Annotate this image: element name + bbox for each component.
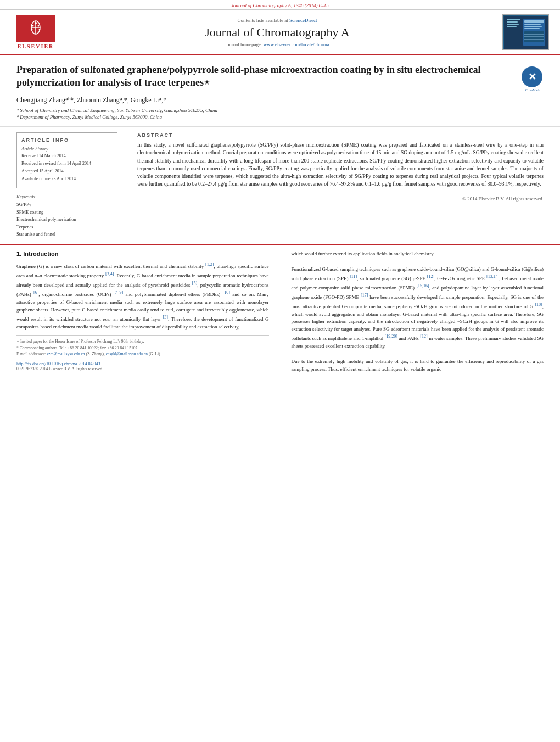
header-center: Contents lists available at ScienceDirec… [60, 18, 494, 47]
footnote-email: E-mail addresses: zzm@mail.sysu.edu.cn (… [16, 351, 269, 357]
copyright-text: © 2014 Elsevier B.V. All rights reserved… [137, 193, 544, 202]
elsevier-logo: ELSEVIER [11, 15, 60, 49]
journal-link: Journal of Chromatography A, 1346 (2014)… [231, 3, 329, 8]
svg-rect-13 [507, 26, 517, 27]
doi-area: http://dx.doi.org/10.1016/j.chroma.2014.… [16, 360, 269, 366]
keyword-2: SPME coating [16, 209, 117, 216]
svg-rect-11 [507, 21, 518, 23]
main-header: ELSEVIER Contents lists available at Sci… [0, 10, 560, 55]
ref-15-16: [15,16] [416, 283, 429, 288]
svg-rect-17 [524, 26, 542, 27]
svg-point-4 [35, 22, 37, 24]
accepted-date: Accepted 15 April 2014 [21, 168, 113, 175]
email-link-zhang[interactable]: zzm@mail.sysu.edu.cn [47, 352, 85, 356]
top-bar: Journal of Chromatography A, 1346 (2014)… [0, 0, 560, 10]
content-line: Contents lists available at ScienceDirec… [60, 18, 494, 23]
homepage-link[interactable]: www.elsevier.com/locate/chroma [264, 42, 329, 47]
footnote-area: ⋆ Invited paper for the Honor Issue of P… [16, 335, 269, 357]
svg-rect-18 [524, 28, 540, 29]
received-date: Received 14 March 2014 [21, 153, 113, 159]
keyword-5: Star anise and fennel [16, 231, 117, 238]
intro-heading: 1. Introduction [16, 250, 269, 257]
svg-rect-10 [507, 19, 520, 20]
ref-12: [12] [427, 274, 434, 279]
ref-3-4: [3,4] [105, 271, 114, 276]
article-info-heading: ARTICLE INFO [21, 137, 113, 143]
article-history-label: Article history: [21, 146, 113, 152]
crossmark-label: CrossMark [522, 88, 544, 92]
sciencedirect-link[interactable]: ScienceDirect [289, 18, 317, 23]
journal-cover-image [502, 14, 549, 50]
intro-text-right: which would further extend its applicati… [292, 250, 544, 373]
article-section: Preparation of sulfonated graphene/polyp… [0, 55, 560, 127]
ref-5: [5] [192, 281, 197, 286]
doi-link[interactable]: http://dx.doi.org/10.1016/j.chroma.2014.… [16, 361, 100, 366]
ref-18: [18] [535, 302, 542, 307]
email-link-li[interactable]: cesgkl@mail.sysu.edu.cn [106, 352, 148, 356]
journal-title: Journal of Chromatography A [60, 25, 494, 40]
keyword-1: SG/PPy [16, 201, 117, 209]
ref-11: [11] [350, 274, 357, 279]
abstract-section: ABSTRACT In this study, a novel sulfonat… [137, 132, 544, 202]
footnote-corr: * Corresponding authors. Tel.: +86 20 84… [16, 345, 269, 351]
svg-rect-16 [524, 24, 541, 25]
svg-rect-15 [524, 20, 544, 23]
homepage-line: journal homepage: www.elsevier.com/locat… [60, 42, 494, 47]
elsevier-logo-image [16, 15, 55, 42]
available-date: Available online 23 April 2014 [21, 176, 113, 182]
svg-point-5 [32, 25, 34, 27]
ref-17: [17] [361, 293, 368, 298]
svg-point-8 [39, 29, 41, 31]
affiliation-b: ᵇ Department of Pharmacy, Zunyi Medical … [16, 114, 544, 120]
authors-text: Chengjiang Zhangᵃʰᵇ, Zhuomin Zhangᵃ,*, G… [16, 96, 166, 104]
keywords-label: Keywords: [16, 194, 117, 199]
crossmark-icon: ✕ [522, 66, 542, 87]
svg-point-7 [31, 29, 33, 31]
affiliation-a: ᵃ School of Chemistry and Chemical Engin… [16, 108, 544, 113]
ref-7-9: [7–9] [114, 290, 123, 295]
ref-1-2: [1,2] [205, 262, 214, 267]
keyword-4: Terpenes [16, 224, 117, 231]
ref-19-20: [19,20] [385, 334, 397, 339]
info-abstract-section: ARTICLE INFO Article history: Received 1… [0, 127, 560, 244]
article-info-box: ARTICLE INFO Article history: Received 1… [16, 132, 117, 188]
ref-3: [3] [163, 315, 168, 320]
abstract-text: In this study, a novel sulfonated graphe… [137, 141, 544, 188]
footnote-star: ⋆ Invited paper for the Honor Issue of P… [16, 338, 269, 344]
keyword-3: Electrochemical polymerization [16, 216, 117, 224]
svg-rect-12 [507, 24, 519, 25]
affiliations: ᵃ School of Chemistry and Chemical Engin… [16, 108, 544, 120]
article-title: Preparation of sulfonated graphene/polyp… [16, 64, 513, 90]
keywords-section: Keywords: SG/PPy SPME coating Electroche… [16, 194, 117, 238]
intro-col-right: which would further extend its applicati… [286, 250, 544, 373]
issn-text: 0021-9673/© 2014 Elsevier B.V. All right… [16, 366, 269, 371]
crossmark: ✕ CrossMark [522, 66, 544, 92]
authors: Chengjiang Zhangᵃʰᵇ, Zhuomin Zhangᵃ,*, G… [16, 96, 544, 104]
ref-6: [6] [33, 290, 38, 295]
intro-col-left: 1. Introduction Graphene (G) is a new cl… [16, 250, 275, 373]
received-revised-date: Received in revised form 14 April 2014 [21, 160, 113, 167]
svg-point-6 [38, 25, 40, 27]
header-right [494, 14, 549, 50]
ref-12b: [12] [420, 334, 427, 339]
intro-text-left: Graphene (G) is a new class of carbon ma… [16, 261, 269, 331]
elsevier-label: ELSEVIER [18, 43, 54, 49]
abstract-heading: ABSTRACT [137, 132, 544, 138]
main-content: 1. Introduction Graphene (G) is a new cl… [0, 244, 560, 379]
ref-13-14: [13,14] [486, 274, 499, 279]
ref-10: [10] [223, 290, 230, 295]
abstract-column: ABSTRACT In this study, a novel sulfonat… [137, 132, 544, 238]
article-info-column: ARTICLE INFO Article history: Received 1… [16, 132, 126, 238]
